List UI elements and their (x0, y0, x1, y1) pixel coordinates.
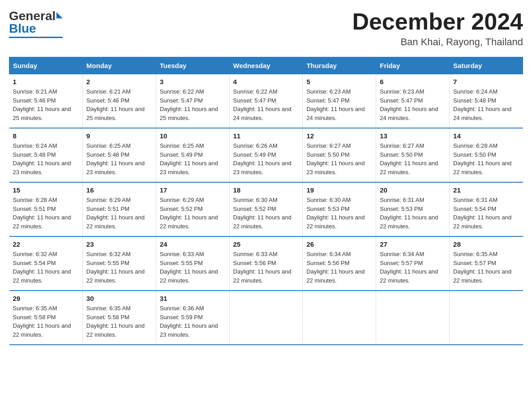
logo: General Blue (9, 9, 63, 38)
day-number: 4 (233, 78, 299, 86)
day-info: Sunrise: 6:21 AM Sunset: 5:46 PM Dayligh… (86, 87, 152, 122)
table-row: 11 Sunrise: 6:26 AM Sunset: 5:49 PM Dayl… (229, 128, 303, 182)
day-info: Sunrise: 6:33 AM Sunset: 5:56 PM Dayligh… (233, 250, 299, 285)
location-title: Ban Khai, Rayong, Thailand (352, 36, 523, 48)
table-row (450, 291, 523, 345)
day-number: 8 (13, 132, 79, 140)
day-info: Sunrise: 6:28 AM Sunset: 5:50 PM Dayligh… (453, 141, 519, 176)
day-number: 3 (160, 78, 226, 86)
col-friday: Friday (376, 57, 450, 74)
day-info: Sunrise: 6:24 AM Sunset: 5:48 PM Dayligh… (453, 87, 519, 122)
day-number: 24 (160, 240, 226, 248)
day-info: Sunrise: 6:28 AM Sunset: 5:51 PM Dayligh… (13, 196, 79, 231)
day-info: Sunrise: 6:32 AM Sunset: 5:55 PM Dayligh… (86, 250, 152, 285)
logo-underline (9, 37, 63, 38)
day-number: 19 (306, 186, 372, 194)
logo-blue-text: Blue (9, 21, 36, 36)
table-row: 22 Sunrise: 6:32 AM Sunset: 5:54 PM Dayl… (9, 236, 83, 291)
day-number: 30 (86, 295, 152, 302)
table-row: 18 Sunrise: 6:30 AM Sunset: 5:52 PM Dayl… (229, 182, 303, 236)
day-number: 17 (160, 186, 226, 194)
day-info: Sunrise: 6:36 AM Sunset: 5:59 PM Dayligh… (160, 304, 226, 339)
table-row: 3 Sunrise: 6:22 AM Sunset: 5:47 PM Dayli… (156, 74, 229, 128)
day-info: Sunrise: 6:34 AM Sunset: 5:57 PM Dayligh… (380, 250, 446, 285)
day-number: 2 (86, 78, 152, 86)
table-row: 9 Sunrise: 6:25 AM Sunset: 5:48 PM Dayli… (82, 128, 156, 182)
col-thursday: Thursday (303, 57, 376, 74)
day-info: Sunrise: 6:23 AM Sunset: 5:47 PM Dayligh… (306, 87, 372, 122)
table-row: 31 Sunrise: 6:36 AM Sunset: 5:59 PM Dayl… (156, 291, 229, 345)
day-number: 1 (13, 78, 79, 86)
day-number: 13 (380, 132, 446, 140)
table-row: 1 Sunrise: 6:21 AM Sunset: 5:46 PM Dayli… (9, 74, 83, 128)
calendar-week-row: 29 Sunrise: 6:35 AM Sunset: 5:58 PM Dayl… (9, 291, 523, 345)
day-number: 20 (380, 186, 446, 194)
day-number: 15 (13, 186, 79, 194)
day-number: 7 (453, 78, 519, 86)
day-number: 22 (13, 240, 79, 248)
table-row: 7 Sunrise: 6:24 AM Sunset: 5:48 PM Dayli… (450, 74, 523, 128)
day-info: Sunrise: 6:26 AM Sunset: 5:49 PM Dayligh… (233, 141, 299, 176)
calendar-week-row: 8 Sunrise: 6:24 AM Sunset: 5:48 PM Dayli… (9, 128, 523, 182)
day-number: 16 (86, 186, 152, 194)
day-info: Sunrise: 6:22 AM Sunset: 5:47 PM Dayligh… (233, 87, 299, 122)
table-row: 2 Sunrise: 6:21 AM Sunset: 5:46 PM Dayli… (82, 74, 156, 128)
table-row: 28 Sunrise: 6:35 AM Sunset: 5:57 PM Dayl… (450, 236, 523, 291)
calendar-header-row: Sunday Monday Tuesday Wednesday Thursday… (9, 57, 523, 74)
table-row: 12 Sunrise: 6:27 AM Sunset: 5:50 PM Dayl… (303, 128, 376, 182)
day-info: Sunrise: 6:35 AM Sunset: 5:58 PM Dayligh… (86, 304, 152, 339)
day-number: 14 (453, 132, 519, 140)
day-number: 11 (233, 132, 299, 140)
day-info: Sunrise: 6:23 AM Sunset: 5:47 PM Dayligh… (380, 87, 446, 122)
page-header: General Blue December 2024 Ban Khai, Ray… (9, 9, 523, 48)
day-number: 27 (380, 240, 446, 248)
day-number: 10 (160, 132, 226, 140)
day-number: 5 (306, 78, 372, 86)
col-saturday: Saturday (450, 57, 523, 74)
day-number: 28 (453, 240, 519, 248)
day-number: 25 (233, 240, 299, 248)
table-row: 17 Sunrise: 6:29 AM Sunset: 5:52 PM Dayl… (156, 182, 229, 236)
day-info: Sunrise: 6:29 AM Sunset: 5:52 PM Dayligh… (160, 196, 226, 231)
table-row: 19 Sunrise: 6:30 AM Sunset: 5:53 PM Dayl… (303, 182, 376, 236)
day-info: Sunrise: 6:33 AM Sunset: 5:55 PM Dayligh… (160, 250, 226, 285)
day-info: Sunrise: 6:27 AM Sunset: 5:50 PM Dayligh… (380, 141, 446, 176)
day-info: Sunrise: 6:25 AM Sunset: 5:48 PM Dayligh… (86, 141, 152, 176)
table-row: 30 Sunrise: 6:35 AM Sunset: 5:58 PM Dayl… (82, 291, 156, 345)
calendar-week-row: 22 Sunrise: 6:32 AM Sunset: 5:54 PM Dayl… (9, 236, 523, 291)
day-number: 29 (13, 295, 79, 302)
day-info: Sunrise: 6:27 AM Sunset: 5:50 PM Dayligh… (306, 141, 372, 176)
table-row: 29 Sunrise: 6:35 AM Sunset: 5:58 PM Dayl… (9, 291, 83, 345)
day-info: Sunrise: 6:32 AM Sunset: 5:54 PM Dayligh… (13, 250, 79, 285)
table-row: 5 Sunrise: 6:23 AM Sunset: 5:47 PM Dayli… (303, 74, 376, 128)
day-number: 21 (453, 186, 519, 194)
col-monday: Monday (82, 57, 156, 74)
day-info: Sunrise: 6:30 AM Sunset: 5:52 PM Dayligh… (233, 196, 299, 231)
day-number: 12 (306, 132, 372, 140)
day-number: 26 (306, 240, 372, 248)
table-row: 20 Sunrise: 6:31 AM Sunset: 5:53 PM Dayl… (376, 182, 450, 236)
col-wednesday: Wednesday (229, 57, 303, 74)
calendar-week-row: 15 Sunrise: 6:28 AM Sunset: 5:51 PM Dayl… (9, 182, 523, 236)
table-row (229, 291, 303, 345)
col-tuesday: Tuesday (156, 57, 229, 74)
title-block: December 2024 Ban Khai, Rayong, Thailand (352, 9, 523, 48)
day-number: 23 (86, 240, 152, 248)
day-info: Sunrise: 6:35 AM Sunset: 5:58 PM Dayligh… (13, 304, 79, 339)
day-info: Sunrise: 6:31 AM Sunset: 5:53 PM Dayligh… (380, 196, 446, 231)
day-info: Sunrise: 6:34 AM Sunset: 5:56 PM Dayligh… (306, 250, 372, 285)
table-row: 26 Sunrise: 6:34 AM Sunset: 5:56 PM Dayl… (303, 236, 376, 291)
calendar-table: Sunday Monday Tuesday Wednesday Thursday… (9, 57, 523, 345)
day-number: 9 (86, 132, 152, 140)
col-sunday: Sunday (9, 57, 83, 74)
calendar-week-row: 1 Sunrise: 6:21 AM Sunset: 5:46 PM Dayli… (9, 74, 523, 128)
day-info: Sunrise: 6:35 AM Sunset: 5:57 PM Dayligh… (453, 250, 519, 285)
day-info: Sunrise: 6:29 AM Sunset: 5:51 PM Dayligh… (86, 196, 152, 231)
table-row: 10 Sunrise: 6:25 AM Sunset: 5:49 PM Dayl… (156, 128, 229, 182)
table-row: 15 Sunrise: 6:28 AM Sunset: 5:51 PM Dayl… (9, 182, 83, 236)
table-row: 4 Sunrise: 6:22 AM Sunset: 5:47 PM Dayli… (229, 74, 303, 128)
table-row: 21 Sunrise: 6:31 AM Sunset: 5:54 PM Dayl… (450, 182, 523, 236)
table-row: 27 Sunrise: 6:34 AM Sunset: 5:57 PM Dayl… (376, 236, 450, 291)
table-row: 24 Sunrise: 6:33 AM Sunset: 5:55 PM Dayl… (156, 236, 229, 291)
table-row: 14 Sunrise: 6:28 AM Sunset: 5:50 PM Dayl… (450, 128, 523, 182)
